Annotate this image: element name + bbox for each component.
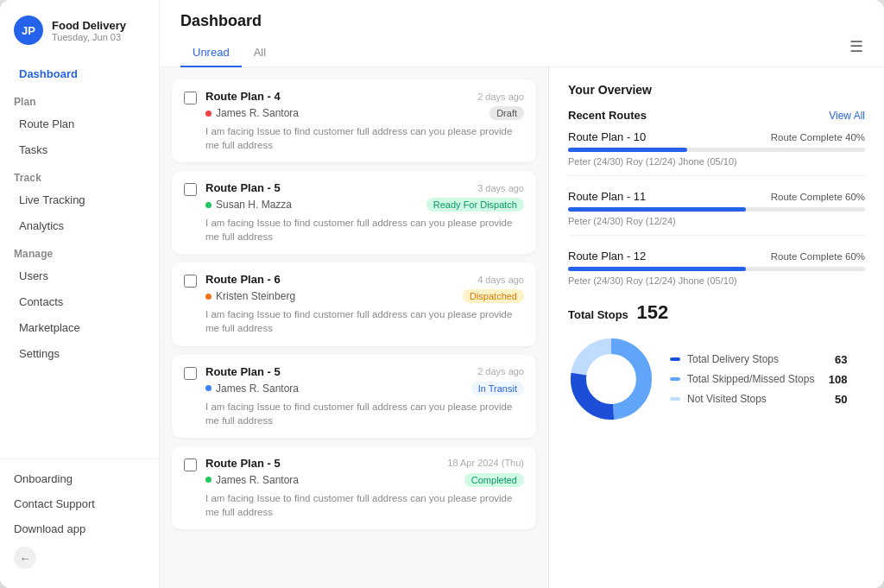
legend-dot xyxy=(670,377,680,381)
message-content: Route Plan - 4 2 days ago James R. Santo… xyxy=(205,90,524,152)
message-checkbox[interactable] xyxy=(184,92,197,104)
message-driver: Susan H. Mazza xyxy=(205,199,292,211)
stops-legend: Total Delivery Stops 63 Total Skipped/Mi… xyxy=(670,353,847,406)
legend-value: 63 xyxy=(821,353,847,366)
driver-name: Kristen Steinberg xyxy=(216,290,295,302)
legend-label: Total Delivery Stops xyxy=(687,353,814,365)
sidebar-item-analytics[interactable]: Analytics xyxy=(5,213,154,238)
route-item-status: Route Complete 60% xyxy=(771,192,865,202)
route-progress-bar xyxy=(568,148,865,152)
driver-dot xyxy=(205,385,212,391)
message-driver: James R. Santora xyxy=(205,107,299,119)
sidebar-item-download-app[interactable]: Download app xyxy=(0,516,159,541)
driver-name: James R. Santora xyxy=(216,383,299,395)
view-all-link[interactable]: View All xyxy=(829,110,865,122)
route-item-drivers: Peter (24/30) Roy (12/24) Jhone (05/10) xyxy=(568,156,865,167)
header-left: Dashboard Unread All xyxy=(180,12,278,66)
status-badge: Completed xyxy=(464,473,524,487)
route-progress-fill xyxy=(568,148,687,152)
route-item: Route Plan - 12 Route Complete 60% Peter… xyxy=(568,250,865,286)
legend-dot xyxy=(670,397,680,401)
message-content: Route Plan - 5 3 days ago Susan H. Mazza… xyxy=(205,181,524,243)
total-stops-row: Total Delivery Stops 63 Total Skipped/Mi… xyxy=(568,336,865,422)
message-checkbox[interactable] xyxy=(184,458,197,471)
route-item-status: Route Complete 60% xyxy=(771,251,865,262)
overview-header: Your Overview xyxy=(568,83,865,97)
sidebar-nav: Dashboard Plan Route Plan Tasks Track Li… xyxy=(0,57,159,452)
status-badge: Draft xyxy=(489,106,524,120)
message-time: 18 Apr 2024 (Thu) xyxy=(447,458,524,468)
route-item: Route Plan - 11 Route Complete 60% Peter… xyxy=(568,190,865,236)
donut-chart xyxy=(568,336,654,422)
total-stops-label: Total Stops xyxy=(568,308,628,321)
legend-value: 108 xyxy=(821,373,847,386)
overview-title: Your Overview xyxy=(568,83,652,97)
status-badge: In Transit xyxy=(471,382,524,395)
message-checkbox[interactable] xyxy=(184,183,197,196)
total-stops-section: Total Stops 152 xyxy=(568,301,865,422)
main-content: Dashboard Unread All ☰ Route Plan - 4 2 … xyxy=(160,0,884,588)
legend-label: Total Skipped/Missed Stops xyxy=(687,373,814,385)
route-item-name: Route Plan - 11 xyxy=(568,190,646,203)
org-date: Tuesday, Jun 03 xyxy=(52,32,126,42)
recent-routes-title: Recent Routes xyxy=(568,109,647,122)
sidebar-item-users[interactable]: Users xyxy=(5,263,154,288)
sidebar-item-tasks[interactable]: Tasks xyxy=(5,137,154,162)
message-driver-row: Kristen Steinberg Dispatched xyxy=(205,289,524,303)
message-body: I am facing Issue to find customer full … xyxy=(205,491,524,519)
message-body: I am facing Issue to find customer full … xyxy=(205,400,524,427)
sidebar: JP Food Delivery Tuesday, Jun 03 Dashboa… xyxy=(0,0,160,588)
sidebar-item-contact-support[interactable]: Contact Support xyxy=(0,491,159,516)
route-item-header: Route Plan - 10 Route Complete 40% xyxy=(568,130,865,143)
driver-dot xyxy=(205,202,212,208)
message-route: Route Plan - 5 xyxy=(205,365,281,378)
driver-name: James R. Santora xyxy=(216,107,299,119)
message-driver: James R. Santora xyxy=(205,474,299,486)
driver-dot xyxy=(205,111,212,117)
route-item-name: Route Plan - 10 xyxy=(568,130,646,143)
collapse-button[interactable]: ← xyxy=(14,547,36,569)
message-checkbox[interactable] xyxy=(184,367,197,380)
message-body: I am facing Issue to find customer full … xyxy=(205,216,524,243)
content-body: Route Plan - 4 2 days ago James R. Santo… xyxy=(160,67,884,588)
message-route: Route Plan - 6 xyxy=(205,273,281,286)
message-time: 2 days ago xyxy=(477,92,524,102)
svg-point-3 xyxy=(589,357,634,401)
status-badge: Dispatched xyxy=(463,289,524,303)
message-top: Route Plan - 5 2 days ago xyxy=(205,365,524,378)
message-driver-row: James R. Santora In Transit xyxy=(205,382,524,395)
sidebar-item-marketplace[interactable]: Marketplace xyxy=(5,315,154,340)
org-name: Food Delivery xyxy=(52,19,126,32)
message-card: Route Plan - 4 2 days ago James R. Santo… xyxy=(172,79,536,162)
message-route: Route Plan - 5 xyxy=(205,181,281,194)
overview-panel: Your Overview Recent Routes View All Rou… xyxy=(549,67,884,588)
sidebar-item-onboarding[interactable]: Onboarding xyxy=(0,466,159,491)
filter-icon[interactable]: ☰ xyxy=(849,37,863,66)
page-title: Dashboard xyxy=(180,12,278,39)
total-stops-header: Total Stops 152 xyxy=(568,301,865,324)
message-content: Route Plan - 6 4 days ago Kristen Steinb… xyxy=(205,273,524,335)
sidebar-item-contacts[interactable]: Contacts xyxy=(5,289,154,314)
message-top: Route Plan - 5 3 days ago xyxy=(205,181,524,194)
message-driver-row: Susan H. Mazza Ready For Dispatch xyxy=(205,198,524,212)
sidebar-item-settings[interactable]: Settings xyxy=(5,341,154,366)
route-progress-bar xyxy=(568,267,865,271)
message-card: Route Plan - 5 2 days ago James R. Santo… xyxy=(172,355,536,438)
message-route: Route Plan - 5 xyxy=(205,457,281,470)
sidebar-item-dashboard[interactable]: Dashboard xyxy=(5,61,154,86)
message-time: 4 days ago xyxy=(477,275,524,285)
message-content: Route Plan - 5 18 Apr 2024 (Thu) James R… xyxy=(205,457,524,519)
message-checkbox[interactable] xyxy=(184,275,197,288)
route-item-name: Route Plan - 12 xyxy=(568,250,646,262)
sidebar-item-route-plan[interactable]: Route Plan xyxy=(5,111,154,136)
message-top: Route Plan - 4 2 days ago xyxy=(205,90,524,103)
message-driver-row: James R. Santora Draft xyxy=(205,106,524,120)
driver-name: Susan H. Mazza xyxy=(216,199,292,211)
app-window: JP Food Delivery Tuesday, Jun 03 Dashboa… xyxy=(0,0,884,588)
sidebar-item-live-tracking[interactable]: Live Tracking xyxy=(5,187,154,212)
tab-all[interactable]: All xyxy=(242,39,278,67)
message-driver-row: James R. Santora Completed xyxy=(205,473,524,487)
driver-name: James R. Santora xyxy=(216,474,299,486)
message-route: Route Plan - 4 xyxy=(205,90,281,103)
tab-unread[interactable]: Unread xyxy=(180,39,242,67)
